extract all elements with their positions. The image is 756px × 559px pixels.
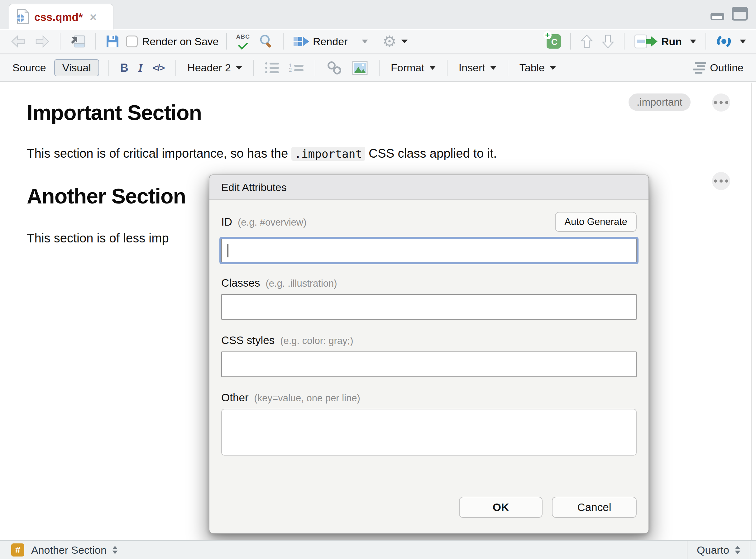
back-button[interactable] <box>8 33 28 50</box>
separator <box>283 33 284 49</box>
important-class-badge: .important <box>628 93 691 111</box>
document-mode-selector[interactable]: Quarto <box>687 541 750 559</box>
render-icon <box>293 35 310 48</box>
maximize-pane-icon[interactable] <box>732 7 748 22</box>
id-input[interactable] <box>221 239 637 262</box>
separator <box>108 60 109 76</box>
render-options-button[interactable]: ⚙ <box>380 32 409 50</box>
minimize-pane-icon[interactable] <box>710 7 725 22</box>
table-caret-icon <box>550 66 556 70</box>
image-button[interactable] <box>350 60 370 76</box>
down-arrow-icon <box>601 34 615 49</box>
separator <box>447 60 447 76</box>
header-level-label: Header 2 <box>187 62 231 74</box>
gear-icon: ⚙ <box>382 33 396 49</box>
numbered-list-button[interactable]: 1 2 <box>287 63 305 72</box>
render-on-save-checkbox[interactable] <box>126 36 138 47</box>
css-styles-field-label: CSS styles (e.g. color: gray;) <box>221 334 637 346</box>
format-menu[interactable]: Format <box>389 61 438 75</box>
separator <box>706 33 706 49</box>
separator <box>624 33 624 49</box>
save-icon <box>105 34 120 49</box>
section-updown-icon[interactable] <box>112 546 118 554</box>
other-field-label: Other (key=value, one per line) <box>221 392 637 404</box>
bullet-list-button[interactable] <box>263 61 281 74</box>
tab-css-qmd[interactable]: css.qmd* × <box>9 4 113 30</box>
format-menu-label: Format <box>391 62 424 74</box>
outline-toggle-button[interactable]: Outline <box>691 61 746 75</box>
render-dropdown-caret-icon[interactable] <box>362 40 368 43</box>
source-tools-button[interactable] <box>714 33 748 50</box>
render-button[interactable]: Render <box>291 33 350 49</box>
inline-code-important: .important <box>291 147 365 161</box>
current-section-selector[interactable]: Another Section <box>31 544 107 556</box>
css-styles-input[interactable] <box>221 352 637 377</box>
save-button[interactable] <box>104 33 121 50</box>
source-mode-button[interactable]: Source <box>10 61 48 75</box>
section2-more-options-button[interactable] <box>712 172 730 190</box>
table-menu[interactable]: Table <box>518 61 558 75</box>
insert-menu[interactable]: Insert <box>457 61 498 75</box>
separator <box>508 60 508 76</box>
visual-mode-button[interactable]: Visual <box>54 59 99 76</box>
section1-more-options-button[interactable] <box>712 93 730 112</box>
separator <box>315 60 315 76</box>
table-menu-label: Table <box>519 62 545 74</box>
forward-button[interactable] <box>32 33 52 50</box>
status-bar: # Another Section Quarto <box>0 540 756 559</box>
separator <box>253 60 254 76</box>
outline-icon <box>693 62 707 74</box>
run-green-arrow-icon <box>646 35 658 48</box>
classes-input[interactable] <box>221 294 637 320</box>
find-button[interactable] <box>257 32 275 50</box>
bullet-list-icon <box>265 62 279 73</box>
other-attributes-textarea[interactable] <box>221 409 637 455</box>
spellcheck-button[interactable]: ABC <box>234 32 252 51</box>
section2-heading: Another Section <box>27 184 186 208</box>
format-toolbar: Source Visual B I </> Header 2 1 2 <box>0 54 756 82</box>
outline-label: Outline <box>710 62 743 74</box>
separator <box>226 33 227 49</box>
tab-title: css.qmd* <box>34 11 83 23</box>
run-document-icon <box>634 34 648 49</box>
forward-arrow-icon <box>34 34 50 49</box>
run-button[interactable]: Run <box>632 33 698 50</box>
search-icon <box>259 33 274 49</box>
separator <box>60 33 61 49</box>
header-level-dropdown[interactable]: Header 2 <box>185 61 244 75</box>
popout-window-icon <box>70 34 86 49</box>
separator <box>570 33 571 49</box>
insert-caret-icon <box>490 66 496 70</box>
editor-right-gutter <box>751 83 752 540</box>
italic-button[interactable]: I <box>136 60 144 76</box>
go-to-previous-chunk-button[interactable] <box>578 33 595 50</box>
mode-updown-icon <box>735 546 740 554</box>
dialog-title-bar: Edit Attributes <box>209 175 648 200</box>
insert-chunk-button[interactable]: C + <box>545 33 563 50</box>
link-icon <box>327 61 342 75</box>
code-button[interactable]: </> <box>151 61 166 74</box>
format-caret-icon <box>429 66 436 70</box>
section1-paragraph: This section is of critical importance, … <box>27 147 497 160</box>
link-button[interactable] <box>325 59 344 77</box>
auto-generate-button[interactable]: Auto Generate <box>555 212 637 232</box>
insert-chunk-icon: C + <box>547 34 561 49</box>
spellcheck-check-icon <box>238 43 248 49</box>
separator <box>379 60 380 76</box>
spellcheck-abc-icon: ABC <box>236 33 250 40</box>
sync-source-icon <box>715 34 732 49</box>
separator <box>175 60 176 76</box>
render-label: Render <box>313 36 348 48</box>
heading-hash-icon: # <box>11 543 24 557</box>
open-in-new-window-button[interactable] <box>68 33 88 50</box>
ok-button[interactable]: OK <box>459 497 542 518</box>
render-on-save-label: Render on Save <box>142 36 219 48</box>
tab-close-icon[interactable]: × <box>90 11 96 23</box>
go-to-next-chunk-button[interactable] <box>600 33 616 50</box>
quarto-file-icon <box>16 9 29 26</box>
text-cursor <box>227 244 228 258</box>
cancel-button[interactable]: Cancel <box>552 497 637 518</box>
bold-button[interactable]: B <box>118 60 130 76</box>
numbered-list-icon: 1 2 <box>289 65 304 71</box>
gear-dropdown-caret-icon <box>401 40 407 43</box>
